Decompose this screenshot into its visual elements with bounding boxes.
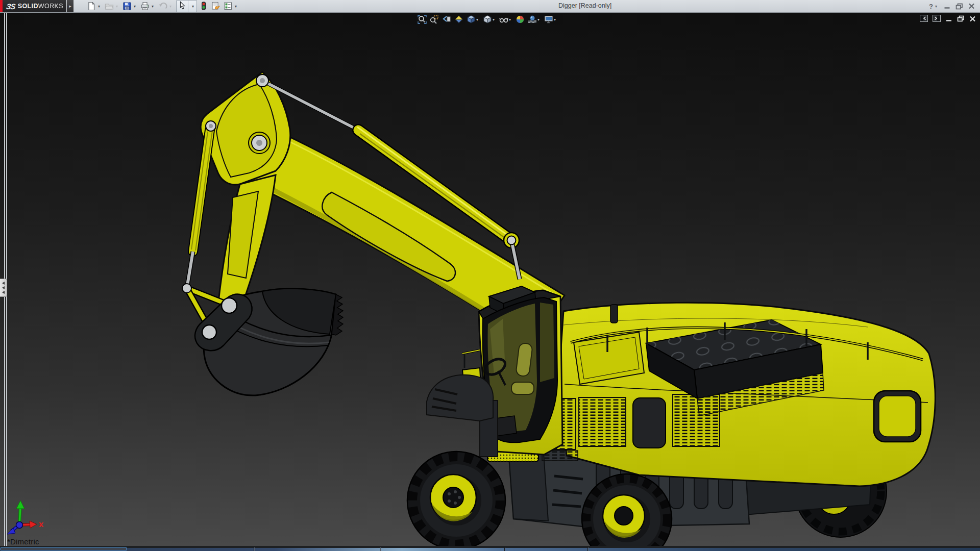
seat-cushion [511, 382, 534, 394]
side-window [633, 398, 666, 448]
next-pane-icon [933, 15, 941, 24]
hide-show-items-icon [499, 15, 508, 24]
dropdown-caret[interactable]: ▾ [97, 4, 101, 9]
dropdown-caret[interactable]: ▾ [509, 17, 512, 22]
dropdown-caret[interactable]: ▾ [168, 4, 173, 9]
apply-scene-button[interactable]: ▾ [526, 14, 543, 25]
status-separator [254, 547, 255, 551]
save-icon [122, 2, 132, 11]
status-separator [504, 547, 505, 551]
brand-name-light: WORKS [38, 3, 63, 10]
dropdown-caret[interactable]: ▾ [133, 4, 137, 9]
save-button[interactable]: ▾ [121, 1, 138, 12]
dropdown-caret: ▾ [191, 4, 195, 9]
dropdown-caret[interactable]: ▾ [115, 4, 119, 9]
undo-button[interactable]: ▾ [157, 1, 174, 12]
new-document-button[interactable]: ▾ [86, 1, 102, 12]
close-button[interactable] [967, 1, 976, 11]
solidworks-window: ЗS SOLIDWORKS ▸ ▾ ▾ ▾ ▾ ▾ [0, 0, 980, 551]
previous-view-button[interactable] [440, 14, 453, 25]
flyout-arrow-icon: ▸ [69, 4, 71, 9]
exhaust-pipe [610, 305, 618, 323]
undo-icon [158, 2, 167, 11]
brand-name: SOLIDWORKS [18, 3, 63, 10]
restore-document-button[interactable] [957, 15, 965, 24]
hide-show-items-button[interactable]: ▾ [498, 14, 514, 25]
collapse-arrow-icon [2, 291, 5, 294]
open-icon [105, 2, 114, 11]
options-icon [224, 2, 233, 11]
status-separator [587, 547, 589, 551]
section-view-button[interactable] [453, 14, 465, 25]
zoom-to-fit-icon [418, 15, 427, 24]
front-left-wheel[interactable] [407, 452, 505, 549]
dropdown-caret[interactable]: ▾ [476, 17, 480, 22]
edit-appearance-button[interactable] [514, 14, 526, 25]
bucket-link-pin [202, 325, 216, 339]
brand-glyph: ЗS [6, 2, 16, 11]
triad-x-label: X [39, 521, 44, 529]
previous-pane-icon [920, 15, 928, 24]
zoom-to-area-button[interactable] [428, 14, 440, 25]
view-orientation-label: *Dimetric [7, 537, 39, 546]
select-tool-group: ▾ [176, 0, 197, 12]
dropdown-caret[interactable]: ▾ [537, 17, 541, 22]
minimize-document-button[interactable] [945, 15, 952, 24]
file-properties-button[interactable] [210, 1, 221, 12]
excavator-model[interactable] [0, 13, 980, 551]
bucket-assembly[interactable] [195, 289, 343, 395]
zoom-to-area-icon [430, 15, 439, 24]
view-orientation-icon [467, 15, 476, 24]
display-style-button[interactable]: ▾ [481, 14, 498, 25]
dropdown-caret[interactable]: ▾ [151, 4, 155, 9]
restore-button[interactable] [954, 1, 964, 11]
previous-pane-button[interactable] [920, 15, 928, 24]
select-tool-dropdown[interactable]: ▾ [188, 1, 197, 12]
previous-view-icon [442, 15, 451, 24]
section-view-icon [454, 15, 463, 24]
help-dropdown-caret[interactable]: ▾ [935, 4, 939, 9]
print-button[interactable]: ▾ [139, 1, 156, 12]
rebuild-traffic-light-icon [200, 2, 207, 11]
view-settings-button[interactable]: ▾ [543, 14, 559, 25]
dropdown-caret[interactable]: ▾ [554, 17, 557, 22]
window-title: Digger [Read-only] [558, 2, 611, 9]
feature-panel-collapse-tab[interactable] [0, 279, 7, 297]
main-toolbar: ▾ ▾ ▾ ▾ ▾ ▾ [86, 1, 240, 12]
cab[interactable] [462, 286, 562, 455]
apply-scene-icon [528, 15, 537, 24]
status-bar-band [0, 548, 980, 551]
close-document-icon [969, 15, 976, 24]
reference-triad: X [0, 497, 66, 543]
view-orientation-button[interactable]: ▾ [465, 14, 481, 25]
logo-red-strip [0, 0, 3, 12]
rebuild-button[interactable] [199, 1, 208, 12]
minimize-document-icon [945, 15, 952, 24]
minimize-button[interactable] [942, 1, 951, 11]
close-document-button[interactable] [969, 15, 976, 24]
document-window-controls [920, 15, 976, 24]
print-icon [140, 2, 150, 11]
next-pane-button[interactable] [933, 15, 941, 24]
dropdown-caret[interactable]: ▾ [234, 4, 238, 9]
status-separator [380, 547, 381, 551]
title-bar: ЗS SOLIDWORKS ▸ ▾ ▾ ▾ ▾ ▾ [0, 0, 980, 13]
options-button[interactable]: ▾ [223, 1, 239, 12]
heads-up-view-toolbar: ▾ ▾ ▾ ▾ ▾ [416, 14, 559, 25]
file-properties-icon [211, 2, 220, 11]
select-tool-button[interactable] [177, 1, 188, 12]
collapse-arrow-icon [2, 286, 5, 289]
window-controls: ? ▾ [928, 0, 976, 12]
display-style-icon [483, 15, 492, 24]
menu-flyout-arrow[interactable]: ▸ [67, 0, 74, 12]
zoom-to-fit-button[interactable] [416, 14, 428, 25]
open-button[interactable]: ▾ [104, 1, 120, 12]
brand-name-bold: SOLID [18, 3, 38, 10]
bucket-cylinder[interactable] [187, 130, 212, 288]
solidworks-logo: ЗS SOLIDWORKS [0, 0, 66, 12]
graphics-viewport[interactable]: ▾ ▾ ▾ ▾ ▾ [0, 13, 980, 551]
help-icon[interactable]: ? [928, 1, 934, 11]
dropdown-caret[interactable]: ▾ [493, 17, 496, 22]
select-cursor-icon [178, 1, 186, 12]
front-fender[interactable] [427, 375, 498, 457]
